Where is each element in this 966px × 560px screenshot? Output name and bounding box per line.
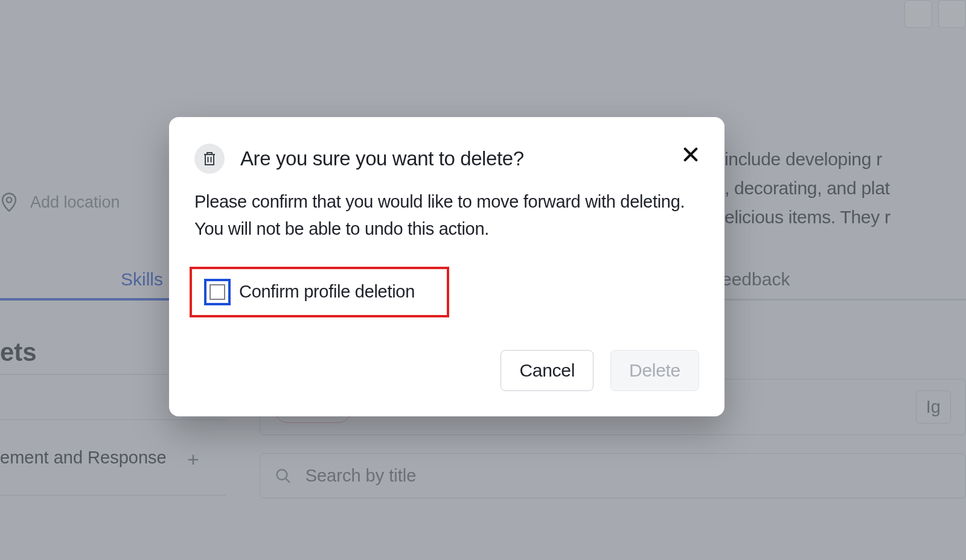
- close-icon: [682, 146, 699, 163]
- confirm-checkbox-label: Confirm profile deletion: [239, 282, 415, 302]
- modal-title: Are you sure you want to delete?: [240, 147, 524, 170]
- modal-header: Are you sure you want to delete?: [194, 144, 699, 174]
- modal-body: Please confirm that you would like to mo…: [194, 188, 699, 243]
- delete-button[interactable]: Delete: [610, 350, 699, 391]
- trash-icon: [202, 151, 217, 167]
- confirm-checkbox-highlight: Confirm profile deletion: [190, 267, 449, 317]
- close-button[interactable]: [682, 146, 699, 165]
- confirm-checkbox[interactable]: [204, 279, 231, 305]
- cancel-button[interactable]: Cancel: [501, 350, 593, 391]
- checkbox-box-icon: [210, 284, 225, 300]
- confirm-delete-modal: Are you sure you want to delete? Please …: [169, 117, 724, 416]
- trash-icon-circle: [194, 144, 225, 174]
- modal-footer: Cancel Delete: [194, 350, 699, 391]
